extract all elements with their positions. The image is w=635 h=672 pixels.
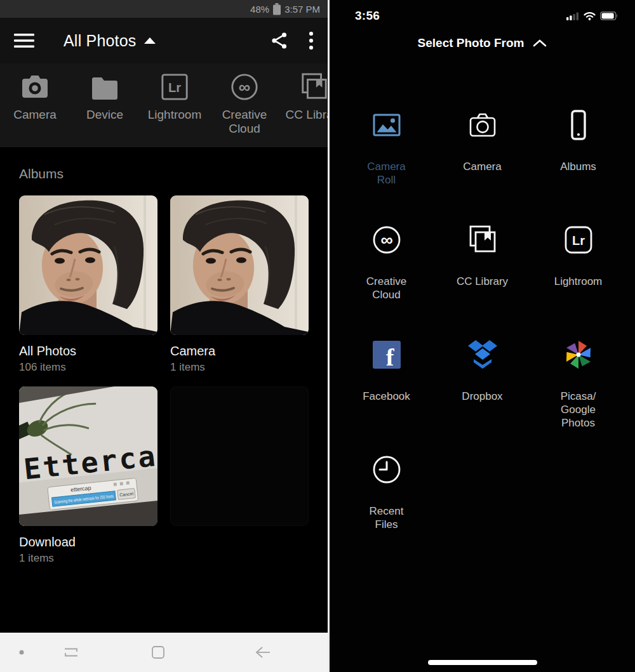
source-label: Camera <box>2 108 68 122</box>
camera-outline-icon <box>467 110 498 140</box>
album-name: All Photos <box>19 344 157 359</box>
source-item-camera[interactable]: Camera <box>0 63 70 147</box>
option-facebook[interactable]: f Facebook <box>338 339 434 454</box>
clock-icon <box>371 454 402 485</box>
dual-screenshot-stage: 48% 3:57 PM All Photos <box>0 0 635 672</box>
albums-section: Albums All Photos 106 items Camera 1 ite… <box>0 147 328 577</box>
lightroom-icon: Lr <box>159 72 190 102</box>
option-label: Albums <box>549 160 608 173</box>
battery-percent: 48% <box>250 4 269 15</box>
page-title: All Photos <box>64 32 137 50</box>
option-dropbox[interactable]: Dropbox <box>434 339 530 454</box>
home-button-icon[interactable] <box>151 645 165 659</box>
option-albums[interactable]: Albums <box>530 109 626 224</box>
overflow-menu-icon[interactable] <box>309 31 314 50</box>
option-cc-library[interactable]: CC Library <box>434 224 530 339</box>
source-item-device[interactable]: Device <box>70 63 140 147</box>
photo-source-options-grid: Camera Roll Camera Albums <box>330 57 635 569</box>
cellular-signal-icon <box>566 11 579 20</box>
creative-cloud-icon: ∞ <box>229 72 260 102</box>
source-label: CC Library <box>281 108 328 122</box>
svg-text:∞: ∞ <box>380 230 392 249</box>
lightroom-icon: Lr <box>563 225 594 255</box>
recent-apps-icon[interactable] <box>64 647 79 658</box>
folder-icon <box>90 72 120 102</box>
option-picasa-google-photos[interactable]: Picasa/ Google Photos <box>530 339 626 454</box>
facebook-icon: f <box>371 339 402 370</box>
option-label: Recent Files <box>358 504 416 531</box>
svg-text:Lr: Lr <box>168 81 181 95</box>
ios-select-photo-sheet: 3:56 <box>330 0 635 672</box>
source-item-creative-cloud[interactable]: ∞ Creative Cloud <box>210 63 279 147</box>
battery-icon <box>273 3 281 15</box>
ios-home-indicator[interactable] <box>428 660 537 665</box>
hamburger-menu-icon[interactable] <box>14 33 34 48</box>
clock-text: 3:56 <box>355 9 380 23</box>
album-card-all-photos[interactable]: All Photos 106 items <box>19 195 157 374</box>
android-navigation-bar <box>0 633 328 672</box>
ios-status-bar: 3:56 <box>330 0 635 29</box>
album-card-empty <box>170 386 309 565</box>
photo-sources-bar: Camera Device Lr Lightroom ∞ <box>0 63 328 147</box>
option-label: Picasa/ Google Photos <box>549 390 608 430</box>
svg-text:∞: ∞ <box>239 78 250 96</box>
dropbox-icon <box>467 339 498 370</box>
option-label: CC Library <box>453 275 512 288</box>
album-card-camera[interactable]: Camera 1 items <box>170 195 309 374</box>
picasa-pinwheel-icon <box>563 339 594 370</box>
option-label: Camera <box>453 160 512 173</box>
album-name: Download <box>19 535 157 550</box>
option-camera[interactable]: Camera <box>434 109 530 224</box>
source-item-lightroom[interactable]: Lr Lightroom <box>140 63 210 147</box>
option-label: Facebook <box>358 390 416 403</box>
cc-library-icon <box>467 225 498 255</box>
back-button-icon[interactable] <box>255 646 271 659</box>
albums-section-title: Albums <box>19 166 309 181</box>
svg-text:f: f <box>385 344 394 370</box>
album-card-download[interactable]: Download 1 items <box>19 386 157 565</box>
camera-filled-icon <box>20 72 50 102</box>
option-label: Lightroom <box>549 275 608 288</box>
sheet-title: Select Photo From <box>418 36 525 50</box>
option-recent-files[interactable]: Recent Files <box>338 454 434 569</box>
android-app-header: All Photos <box>0 18 328 63</box>
android-app-screen: 48% 3:57 PM All Photos <box>0 0 328 672</box>
sheet-header[interactable]: Select Photo From <box>330 29 635 57</box>
chevron-up-icon <box>533 39 547 47</box>
svg-text:Lr: Lr <box>572 234 585 247</box>
source-label: Lightroom <box>142 108 208 122</box>
battery-icon <box>600 11 618 20</box>
phone-icon <box>563 109 594 141</box>
share-icon[interactable] <box>272 32 287 49</box>
cc-library-icon <box>299 72 328 102</box>
option-camera-roll[interactable]: Camera Roll <box>338 109 434 224</box>
option-creative-cloud[interactable]: ∞ Creative Cloud <box>338 224 434 339</box>
option-label: Creative Cloud <box>358 275 416 301</box>
album-selector[interactable]: All Photos <box>64 32 156 50</box>
album-count: 1 items <box>19 552 157 565</box>
camera-roll-icon <box>371 110 403 140</box>
creative-cloud-icon: ∞ <box>371 225 402 255</box>
clock-text: 3:57 PM <box>284 4 320 15</box>
dropdown-arrow-icon <box>144 37 156 44</box>
android-status-bar: 48% 3:57 PM <box>0 0 328 18</box>
album-count: 1 items <box>170 361 309 374</box>
empty-thumbnail <box>170 386 309 526</box>
wifi-icon <box>584 11 596 20</box>
album-thumbnail-portrait[interactable] <box>19 195 157 335</box>
option-label: Dropbox <box>453 390 512 403</box>
album-name: Camera <box>170 344 309 359</box>
nav-dot-icon <box>19 650 24 655</box>
source-label: Creative Cloud <box>211 108 277 136</box>
album-thumbnail-ettercap[interactable] <box>19 386 157 526</box>
album-count: 106 items <box>19 361 157 374</box>
option-lightroom[interactable]: Lr Lightroom <box>530 224 626 339</box>
source-label: Device <box>72 108 138 122</box>
option-label: Camera Roll <box>358 160 416 187</box>
album-thumbnail-portrait[interactable] <box>170 195 309 335</box>
source-item-cc-library[interactable]: CC Library <box>279 63 328 147</box>
